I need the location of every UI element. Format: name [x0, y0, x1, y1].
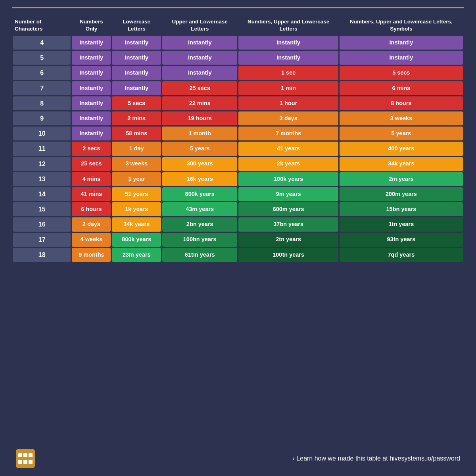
table-row: 6InstantlyInstantlyInstantly1 sec5 secs [13, 66, 463, 80]
row-13-col-0: 4 weeks [72, 233, 111, 247]
row-2-chars: 6 [13, 66, 71, 80]
table-row: 9Instantly2 mins19 hours3 days3 weeks [13, 111, 463, 125]
row-10-col-1: 51 years [112, 187, 161, 201]
header-col-2: Lowercase Letters [112, 16, 161, 35]
row-3-col-1: Instantly [112, 81, 161, 95]
row-2-col-1: Instantly [112, 66, 161, 80]
logo-area [16, 449, 39, 468]
row-12-col-4: 1tn years [340, 217, 463, 231]
row-3-col-2: 25 secs [162, 81, 238, 95]
row-8-col-4: 34k years [340, 157, 463, 171]
row-14-col-1: 23m years [112, 248, 161, 262]
row-7-col-1: 1 day [112, 142, 161, 155]
row-5-col-1: 2 mins [112, 111, 161, 125]
table-row: 10Instantly58 mins1 month7 months5 years [13, 127, 463, 140]
row-10-col-0: 41 mins [72, 187, 111, 201]
row-5-col-3: 3 days [238, 111, 338, 125]
row-14-col-0: 9 months [72, 248, 111, 262]
row-14-chars: 18 [13, 248, 71, 262]
row-10-col-3: 9m years [238, 187, 338, 201]
row-9-col-1: 1 year [112, 172, 161, 186]
footer: › Learn how we made this table at hivesy… [12, 445, 464, 468]
row-9-col-0: 4 mins [72, 172, 111, 186]
row-6-col-3: 7 months [238, 127, 338, 140]
divider [12, 7, 464, 8]
row-14-col-2: 61tm years [162, 248, 238, 262]
row-13-col-2: 100bn years [162, 233, 238, 247]
table-row: 162 days34k years2bn years37bn years1tn … [13, 217, 463, 231]
row-2-col-2: Instantly [162, 66, 238, 80]
row-5-col-0: Instantly [72, 111, 111, 125]
row-9-col-4: 2m years [340, 172, 463, 186]
row-10-col-4: 200m years [340, 187, 463, 201]
header-col-1: Numbers Only [72, 16, 111, 35]
row-4-col-2: 22 mins [162, 96, 238, 110]
row-12-chars: 16 [13, 217, 71, 231]
row-6-col-4: 5 years [340, 127, 463, 140]
row-8-col-1: 3 weeks [112, 157, 161, 171]
row-4-col-3: 1 hour [238, 96, 338, 110]
row-13-chars: 17 [13, 233, 71, 247]
table-row: 1441 mins51 years800k years9m years200m … [13, 187, 463, 201]
row-1-col-3: Instantly [238, 51, 338, 65]
footer-cta: › Learn how we made this table at hivesy… [293, 455, 460, 462]
header-col-5: Numbers, Upper and Lowercase Letters, Sy… [340, 16, 463, 35]
row-1-chars: 5 [13, 51, 71, 65]
row-5-col-4: 3 weeks [340, 111, 463, 125]
row-1-col-2: Instantly [162, 51, 238, 65]
table-row: 8Instantly5 secs22 mins1 hour8 hours [13, 96, 463, 110]
row-5-chars: 9 [13, 111, 71, 125]
row-5-col-2: 19 hours [162, 111, 238, 125]
row-10-col-2: 800k years [162, 187, 238, 201]
password-table: Number of CharactersNumbers OnlyLowercas… [12, 15, 464, 263]
row-9-col-3: 100k years [238, 172, 338, 186]
row-11-chars: 15 [13, 202, 71, 216]
row-8-col-3: 2k years [238, 157, 338, 171]
row-6-col-2: 1 month [162, 127, 238, 140]
table-row: 4InstantlyInstantlyInstantlyInstantlyIns… [13, 36, 463, 50]
table-row: 112 secs1 day5 years41 years400 years [13, 142, 463, 155]
row-8-col-0: 25 secs [72, 157, 111, 171]
row-8-chars: 12 [13, 157, 71, 171]
row-12-col-2: 2bn years [162, 217, 238, 231]
row-1-col-4: Instantly [340, 51, 463, 65]
row-0-chars: 4 [13, 36, 71, 50]
row-2-col-0: Instantly [72, 66, 111, 80]
row-8-col-2: 300 years [162, 157, 238, 171]
header-col-3: Upper and Lowercase Letters [162, 16, 238, 35]
row-6-col-0: Instantly [72, 127, 111, 140]
row-0-col-2: Instantly [162, 36, 238, 50]
row-1-col-1: Instantly [112, 51, 161, 65]
row-11-col-2: 43m years [162, 202, 238, 216]
table-container: Number of CharactersNumbers OnlyLowercas… [12, 15, 464, 443]
row-0-col-4: Instantly [340, 36, 463, 50]
row-1-col-0: Instantly [72, 51, 111, 65]
footer-arrow: › [293, 455, 297, 462]
row-7-col-4: 400 years [340, 142, 463, 155]
header-col-0: Number of Characters [13, 16, 71, 35]
row-6-chars: 10 [13, 127, 71, 140]
row-12-col-1: 34k years [112, 217, 161, 231]
row-0-col-0: Instantly [72, 36, 111, 50]
footer-text-bold: Learn how we made this table at [296, 455, 390, 462]
row-14-col-3: 100tn years [238, 248, 338, 262]
row-2-col-4: 5 secs [340, 66, 463, 80]
row-9-chars: 13 [13, 172, 71, 186]
row-10-chars: 14 [13, 187, 71, 201]
row-3-chars: 7 [13, 81, 71, 95]
row-11-col-0: 6 hours [72, 202, 111, 216]
table-row: 134 mins1 year16k years100k years2m year… [13, 172, 463, 186]
table-row: 1225 secs3 weeks300 years2k years34k yea… [13, 157, 463, 171]
row-13-col-3: 2tn years [238, 233, 338, 247]
table-body: 4InstantlyInstantlyInstantlyInstantlyIns… [13, 36, 463, 262]
row-12-col-0: 2 days [72, 217, 111, 231]
row-2-col-3: 1 sec [238, 66, 338, 80]
row-7-col-3: 41 years [238, 142, 338, 155]
table-row: 174 weeks800k years100bn years2tn years9… [13, 233, 463, 247]
row-4-col-0: Instantly [72, 96, 111, 110]
main-container: Number of CharactersNumbers OnlyLowercas… [0, 0, 476, 476]
row-4-col-1: 5 secs [112, 96, 161, 110]
table-row: 5InstantlyInstantlyInstantlyInstantlyIns… [13, 51, 463, 65]
table-row: 7InstantlyInstantly25 secs1 min6 mins [13, 81, 463, 95]
row-4-chars: 8 [13, 96, 71, 110]
